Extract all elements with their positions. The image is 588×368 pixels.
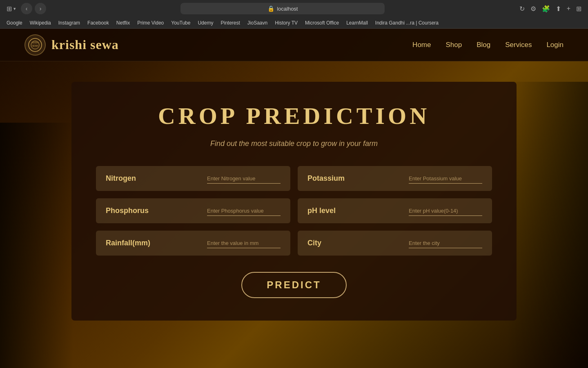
browser-toolbar: ⊞ ▾ ‹ › 🔒 localhost ↻ ⚙ 🧩 ⬆ + ⊞ — [0, 0, 588, 17]
field-input-wrapper-city — [328, 238, 482, 248]
field-input-ph_level[interactable] — [409, 206, 482, 216]
bookmark-item[interactable]: YouTube — [171, 20, 190, 26]
extension-icon[interactable]: 🧩 — [542, 5, 550, 13]
browser-nav-buttons: ‹ › — [21, 3, 46, 14]
content-card: CROP PREDICTION Find out the most suitab… — [71, 82, 517, 321]
navbar: KRISHI SEWA krishi sewa HomeShopBlogServ… — [0, 29, 588, 61]
bookmark-item[interactable]: Indira Gandhi ...ra | Coursera — [375, 20, 439, 26]
field-input-wrapper-ph_level — [342, 206, 482, 216]
browser-actions: ↻ ⚙ 🧩 ⬆ + ⊞ — [519, 5, 581, 13]
field-input-potassium[interactable] — [409, 173, 482, 184]
svg-text:KRISHI: KRISHI — [32, 41, 39, 44]
field-input-rainfall[interactable] — [207, 238, 281, 248]
forward-button[interactable]: › — [35, 3, 46, 14]
nav-link-blog[interactable]: Blog — [477, 41, 490, 49]
address-bar[interactable]: 🔒 localhost — [180, 3, 385, 14]
field-input-wrapper-phosphorus — [155, 206, 281, 216]
bookmark-item[interactable]: Microsoft Office — [305, 20, 339, 26]
bookmark-item[interactable]: Pinterest — [220, 20, 240, 26]
website: KRISHI SEWA krishi sewa HomeShopBlogServ… — [0, 29, 588, 368]
nav-link-home[interactable]: Home — [412, 41, 431, 49]
nav-links: HomeShopBlogServicesLogin — [412, 41, 564, 49]
field-label-ph_level: pH level — [307, 206, 336, 215]
page-title: CROP PREDICTION — [158, 102, 430, 130]
bookmark-item[interactable]: LearnMall — [346, 20, 368, 26]
field-input-city[interactable] — [409, 238, 482, 248]
field-input-nitrogen[interactable] — [207, 173, 281, 184]
form-field-ph_level: pH level — [298, 198, 492, 223]
field-input-phosphorus[interactable] — [207, 206, 281, 216]
field-label-nitrogen: Nitrogen — [106, 174, 136, 183]
url-display: localhost — [277, 6, 298, 12]
back-button[interactable]: ‹ — [21, 3, 32, 14]
logo-icon: KRISHI SEWA — [24, 34, 46, 56]
logo-text: krishi sewa — [51, 37, 119, 52]
form-field-nitrogen: Nitrogen — [96, 166, 290, 191]
nav-link-services[interactable]: Services — [505, 41, 532, 49]
bookmark-item[interactable]: JioSaavn — [247, 20, 267, 26]
browser-chrome: ⊞ ▾ ‹ › 🔒 localhost ↻ ⚙ 🧩 ⬆ + ⊞ GoogleWi… — [0, 0, 588, 29]
bookmark-item[interactable]: Netflix — [116, 20, 130, 26]
page-subtitle: Find out the most suitable crop to grow … — [210, 139, 378, 148]
bookmarks-bar: GoogleWikipediaInstagramFacebookNetflixP… — [0, 17, 588, 28]
bookmark-item[interactable]: Google — [7, 20, 22, 26]
form-field-potassium: Potassium — [298, 166, 492, 191]
field-label-potassium: Potassium — [307, 174, 345, 183]
field-input-wrapper-rainfall — [157, 238, 281, 248]
field-input-wrapper-potassium — [351, 173, 482, 184]
settings-icon[interactable]: ⚙ — [530, 5, 536, 13]
field-label-phosphorus: Phosphorus — [106, 206, 149, 215]
logo-area: KRISHI SEWA krishi sewa — [24, 34, 119, 56]
new-tab-icon[interactable]: + — [567, 5, 570, 12]
bookmark-item[interactable]: History TV — [275, 20, 298, 26]
svg-text:SEWA: SEWA — [32, 45, 38, 47]
main-content: CROP PREDICTION Find out the most suitab… — [0, 61, 588, 337]
form-grid: NitrogenPotassiumPhosphoruspH levelRainf… — [96, 166, 492, 256]
field-label-rainfall: Rainfall(mm) — [106, 239, 150, 247]
bookmark-item[interactable]: Wikipedia — [30, 20, 51, 26]
bookmark-item[interactable]: Instagram — [58, 20, 80, 26]
sidebar-toggle[interactable]: ⊞ ▾ — [7, 5, 16, 13]
field-input-wrapper-nitrogen — [143, 173, 281, 184]
form-field-rainfall: Rainfall(mm) — [96, 231, 290, 256]
predict-button[interactable]: PREDICT — [241, 272, 346, 298]
nav-link-shop[interactable]: Shop — [445, 41, 462, 49]
reload-icon[interactable]: ↻ — [519, 5, 525, 13]
tab-grid-icon[interactable]: ⊞ — [576, 5, 581, 13]
bookmark-item[interactable]: Udemy — [198, 20, 213, 26]
field-label-city: City — [307, 239, 321, 247]
share-icon[interactable]: ⬆ — [556, 5, 561, 13]
form-field-phosphorus: Phosphorus — [96, 198, 290, 223]
nav-link-login[interactable]: Login — [546, 41, 564, 49]
bookmark-item[interactable]: Prime Video — [137, 20, 164, 26]
form-field-city: City — [298, 231, 492, 256]
bookmark-item[interactable]: Facebook — [87, 20, 109, 26]
